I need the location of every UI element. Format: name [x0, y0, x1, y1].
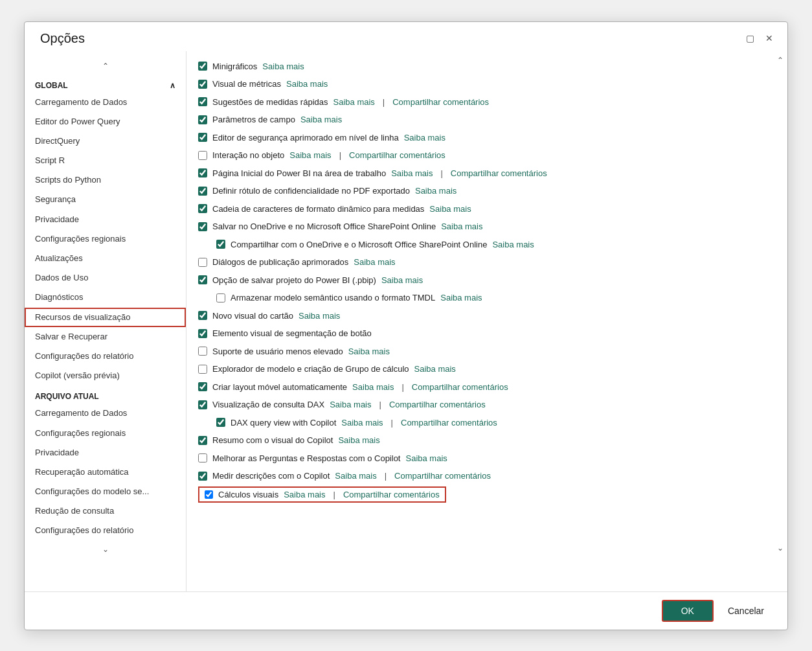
checkbox-novo_visual[interactable]: [198, 311, 207, 320]
option-link1-medir[interactable]: Saiba mais: [335, 470, 376, 483]
checkbox-pagina_inicial[interactable]: [198, 168, 207, 177]
option-link1-calculos[interactable]: Saiba mais: [284, 490, 325, 499]
cancel-button[interactable]: Cancelar: [720, 601, 772, 621]
checkbox-editor_seg[interactable]: [198, 133, 207, 142]
checkbox-salvar_onedrive[interactable]: [198, 222, 207, 231]
sidebar-global-item-14[interactable]: Copilot (versão prévia): [25, 366, 186, 385]
option-link2-visualizacao_dax[interactable]: Compartilhar comentários: [389, 398, 486, 411]
option-label-parametros: Parâmetros de campo: [212, 113, 295, 126]
option-link1-compartilhar_onedrive[interactable]: Saiba mais: [492, 238, 534, 251]
option-link1-resumo_copilot[interactable]: Saiba mais: [338, 434, 379, 447]
sidebar-global-item-2[interactable]: DirectQuery: [25, 131, 186, 151]
option-link1-dax_query[interactable]: Saiba mais: [341, 417, 383, 429]
main-scroll-up[interactable]: ⌃: [777, 56, 784, 65]
divider-medir: |: [385, 470, 387, 483]
sidebar-global-item-4[interactable]: Scripts do Python: [25, 170, 186, 190]
option-link1-editor_seg[interactable]: Saiba mais: [404, 131, 445, 144]
checkbox-dialogos[interactable]: [198, 258, 207, 267]
checkbox-interacao[interactable]: [198, 151, 207, 160]
option-row-novo_visual: Novo visual do cartãoSaiba mais: [198, 307, 772, 325]
checkbox-criar_layout[interactable]: [198, 382, 207, 391]
option-label-minigraficos: Minigráficos: [212, 60, 257, 73]
divider-criar_layout: |: [401, 381, 403, 394]
main-scroll-down[interactable]: ⌄: [777, 543, 784, 553]
option-label-interacao: Interação no objeto: [212, 149, 284, 162]
dialog-body: ⌃ GLOBAL ∧ Carregamento de DadosEditor d…: [25, 51, 787, 591]
option-link1-dialogos[interactable]: Saiba mais: [354, 256, 395, 269]
checkbox-resumo_copilot[interactable]: [198, 436, 207, 445]
checkbox-minigraficos[interactable]: [198, 62, 207, 71]
option-link1-parametros[interactable]: Saiba mais: [300, 113, 342, 126]
sidebar-global-item-3[interactable]: Script R: [25, 151, 186, 170]
sidebar-global-item-10[interactable]: Diagnósticos: [25, 288, 186, 307]
option-link1-visual_metricas[interactable]: Saiba mais: [286, 78, 328, 91]
sidebar-arquivo-item-6[interactable]: Configurações do relatório: [25, 521, 186, 540]
option-link1-suporte_usuario[interactable]: Saiba mais: [348, 345, 390, 358]
option-link2-criar_layout[interactable]: Compartilhar comentários: [412, 381, 508, 394]
option-link1-minigraficos[interactable]: Saiba mais: [262, 60, 304, 73]
checkbox-rotulo[interactable]: [198, 187, 207, 196]
ok-button[interactable]: OK: [662, 600, 714, 622]
checkbox-dax_query[interactable]: [216, 418, 225, 427]
arquivo-section-header: ARQUIVO ATUAL: [25, 385, 186, 404]
sidebar-arquivo-item-2[interactable]: Privacidade: [25, 443, 186, 463]
option-link1-sugestoes[interactable]: Saiba mais: [333, 96, 375, 109]
option-link1-armazenar[interactable]: Saiba mais: [440, 291, 482, 304]
option-link1-criar_layout[interactable]: Saiba mais: [352, 381, 394, 394]
sidebar-global-item-6[interactable]: Privacidade: [25, 210, 186, 229]
sidebar-arquivo-item-4[interactable]: Configurações do modelo se...: [25, 482, 186, 501]
divider-calculos: |: [333, 490, 335, 499]
option-link1-cadeia[interactable]: Saiba mais: [429, 203, 471, 216]
option-link2-pagina_inicial[interactable]: Compartilhar comentários: [451, 167, 547, 180]
checkbox-explorador[interactable]: [198, 365, 207, 374]
option-link1-rotulo[interactable]: Saiba mais: [415, 185, 457, 198]
sidebar-global-item-0[interactable]: Carregamento de Dados: [25, 93, 186, 112]
option-link1-novo_visual[interactable]: Saiba mais: [299, 310, 340, 323]
checkbox-compartilhar_onedrive[interactable]: [216, 240, 225, 249]
sidebar-arquivo-item-1[interactable]: Configurações regionais: [25, 424, 186, 443]
sidebar-arquivo-item-3[interactable]: Recuperação automática: [25, 463, 186, 482]
titlebar-controls: ▢ ✕: [743, 32, 776, 45]
divider-pagina_inicial: |: [440, 167, 442, 180]
option-link2-medir[interactable]: Compartilhar comentários: [394, 470, 491, 483]
checkbox-parametros[interactable]: [198, 115, 207, 124]
option-link1-interacao[interactable]: Saiba mais: [289, 149, 331, 162]
option-link2-interacao[interactable]: Compartilhar comentários: [349, 149, 445, 162]
checkbox-elemento_visual[interactable]: [198, 329, 207, 338]
sidebar-global-item-12[interactable]: Salvar e Recuperar: [25, 327, 186, 347]
option-link2-sugestoes[interactable]: Compartilhar comentários: [392, 96, 489, 109]
checkbox-sugestoes[interactable]: [198, 97, 207, 106]
option-link1-visualizacao_dax[interactable]: Saiba mais: [330, 398, 371, 411]
checkbox-melhorar[interactable]: [198, 453, 207, 463]
option-link1-opcao_salvar[interactable]: Saiba mais: [381, 274, 423, 287]
option-link1-explorador[interactable]: Saiba mais: [414, 363, 456, 376]
sidebar-arquivo-item-5[interactable]: Redução de consulta: [25, 501, 186, 521]
sidebar-global-item-11[interactable]: Recursos de visualização: [25, 308, 186, 327]
sidebar-global-item-7[interactable]: Configurações regionais: [25, 229, 186, 249]
checkbox-armazenar[interactable]: [216, 293, 225, 303]
checkbox-suporte_usuario[interactable]: [198, 347, 207, 356]
sidebar-global-item-8[interactable]: Atualizações: [25, 249, 186, 268]
sidebar-scroll-down[interactable]: ⌄: [26, 542, 185, 556]
sidebar-global-item-9[interactable]: Dados de Uso: [25, 268, 186, 288]
close-button[interactable]: ✕: [763, 32, 776, 45]
options-dialog: Opções ▢ ✕ ⌃ GLOBAL ∧ Carregamento de Da…: [24, 21, 788, 630]
sidebar-global-item-1[interactable]: Editor do Power Query: [25, 112, 186, 131]
option-link1-pagina_inicial[interactable]: Saiba mais: [391, 167, 433, 180]
checkbox-medir[interactable]: [198, 472, 207, 481]
checkbox-visualizacao_dax[interactable]: [198, 400, 207, 409]
checkbox-calculos[interactable]: [205, 490, 213, 499]
sidebar-arquivo-item-0[interactable]: Carregamento de Dados: [25, 404, 186, 423]
checkbox-visual_metricas[interactable]: [198, 80, 207, 89]
minimize-button[interactable]: ▢: [743, 32, 756, 45]
options-list: MinigráficosSaiba maisVisual de métricas…: [198, 58, 772, 503]
sidebar-global-item-5[interactable]: Segurança: [25, 190, 186, 209]
checkbox-cadeia[interactable]: [198, 204, 207, 213]
option-link1-melhorar[interactable]: Saiba mais: [405, 452, 447, 465]
sidebar-global-item-13[interactable]: Configurações do relatório: [25, 347, 186, 366]
option-link2-calculos[interactable]: Compartilhar comentários: [343, 490, 440, 499]
sidebar-scroll-up[interactable]: ⌃: [25, 59, 186, 73]
option-link1-salvar_onedrive[interactable]: Saiba mais: [441, 220, 482, 233]
option-link2-dax_query[interactable]: Compartilhar comentários: [401, 417, 497, 429]
checkbox-opcao_salvar[interactable]: [198, 275, 207, 284]
